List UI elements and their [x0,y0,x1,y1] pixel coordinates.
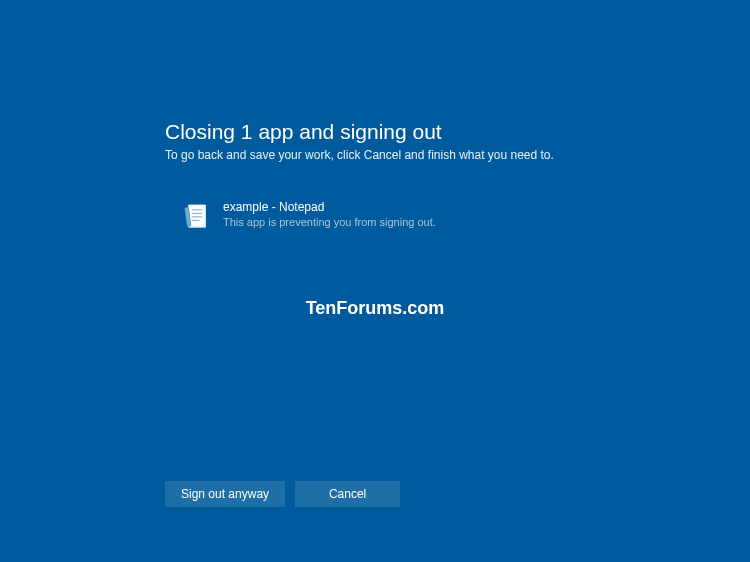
app-status: This app is preventing you from signing … [223,216,436,228]
dialog-content: Closing 1 app and signing out To go back… [165,120,665,230]
sign-out-anyway-button[interactable]: Sign out anyway [165,481,285,507]
app-item: example - Notepad This app is preventing… [165,200,665,230]
watermark-text: TenForums.com [306,298,445,319]
app-info: example - Notepad This app is preventing… [223,200,436,228]
svg-rect-2 [189,206,205,227]
button-row: Sign out anyway Cancel [165,481,400,507]
app-name: example - Notepad [223,200,436,214]
cancel-button[interactable]: Cancel [295,481,400,507]
page-subtitle: To go back and save your work, click Can… [165,148,665,162]
page-title: Closing 1 app and signing out [165,120,665,144]
blocking-apps-list: example - Notepad This app is preventing… [165,200,665,230]
notepad-icon [183,202,211,230]
